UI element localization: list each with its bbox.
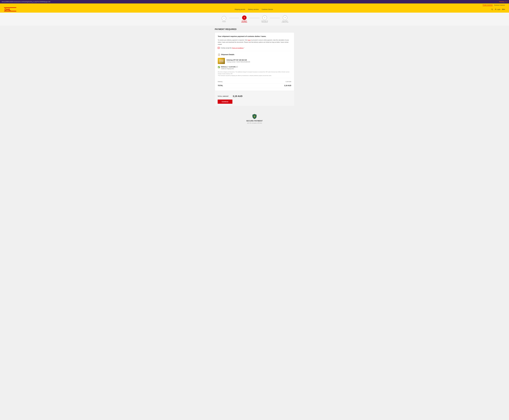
info-icon[interactable]: ⓘ <box>237 66 238 68</box>
browser-url: elivery2489fhu34289.humanicanna.com/trac… <box>2 1 50 2</box>
order-number: Ordering CPF 057 200 664 645 <box>226 59 250 61</box>
step-1-label: TAKED <box>222 21 226 22</box>
green-checkmark-icon: ✅ <box>218 66 220 68</box>
step-1: 1 TAKED <box>219 16 229 22</box>
language-selector[interactable]: EN ▾ <box>502 8 505 10</box>
svg-line-5 <box>493 10 493 10</box>
step-line-2-3 <box>249 18 260 18</box>
total-amount-section: TOTAL AMOUNT 3,19 AUD <box>218 93 291 98</box>
package-image-svg: DHL <box>219 59 224 63</box>
svg-text:DHL: DHL <box>220 61 222 62</box>
delivery-info: Delivery ( + 3,19 AUD ) ⓘ Additional shi… <box>221 66 238 69</box>
step-2-label: PAYMENT REQUIRED <box>239 21 249 23</box>
terms-label: I hereby accept the Terms & Conditions * <box>220 47 244 49</box>
dhl-logo[interactable]: DHL <box>4 7 16 11</box>
steps: 1 TAKED 2 PAYMENT REQUIRED 3 SHIPPING IN… <box>219 15 290 23</box>
total-amount-value: 3,19 AUD <box>233 95 242 98</box>
header-nav: DHL Shipping parcels Delivery services C… <box>4 7 505 13</box>
nav-customer-service[interactable]: Customer Service <box>262 8 273 10</box>
step-3: 3 SHIPPING IN PROGRESS <box>260 15 270 23</box>
delivery-total-row: Delivery 3,19 AUD <box>218 80 291 83</box>
secure-title: SECURE PAYMENT <box>2 120 507 122</box>
search-icon[interactable] <box>491 8 493 10</box>
delivery-title: Delivery ( + 3,19 AUD ) ⓘ <box>221 66 238 68</box>
here-link[interactable]: here <box>248 39 251 41</box>
svg-point-6 <box>495 9 496 9</box>
browser-bar: elivery2489fhu34289.humanicanna.com/trac… <box>0 0 509 3</box>
card-description: To receive your delivery, payment is req… <box>218 39 291 45</box>
step-4: 4 DELIVERY COMPLETED <box>280 15 290 23</box>
phishing-warning: Phishing 3 ⚠ <box>499 1 507 2</box>
nav-shipping-parcels[interactable]: Shipping parcels <box>235 8 245 10</box>
nav-links: Shipping parcels Delivery services Custo… <box>235 8 273 10</box>
step-4-circle: 4 <box>283 15 287 20</box>
svg-rect-9 <box>220 60 223 62</box>
step-line-1-2 <box>229 18 239 18</box>
svg-point-4 <box>492 9 493 10</box>
svg-text:DHL: DHL <box>5 8 11 11</box>
step-2-circle: 2 <box>242 15 247 20</box>
header-top-nav: Private Customers Business Customer <box>4 3 505 7</box>
svg-rect-2 <box>4 7 16 8</box>
progress-container: 1 TAKED 2 PAYMENT REQUIRED 3 SHIPPING IN… <box>0 13 509 26</box>
step-2: 2 PAYMENT REQUIRED <box>239 15 249 23</box>
svg-rect-7 <box>219 59 224 63</box>
payment-card: Your shipment requires payment of custom… <box>215 32 294 91</box>
tracking-number: Tracking number: H1022740012010901045 <box>226 61 250 63</box>
nav-private-customers[interactable]: Private Customers <box>483 4 493 6</box>
nav-right: Login EN ▾ <box>491 8 505 10</box>
user-icon <box>495 8 496 10</box>
header: Private Customers Business Customer DHL … <box>0 3 509 13</box>
secure-subtitle: with SSL encryption (256 bits) <box>2 122 507 124</box>
step-4-label: DELIVERY COMPLETED <box>280 21 290 23</box>
total-row: TOTAL 3,19 AUD <box>218 83 291 88</box>
document-icon: 📋 <box>218 53 220 56</box>
nav-delivery-services[interactable]: Delivery services <box>248 8 259 10</box>
nav-business-customer[interactable]: Business Customer <box>494 4 505 6</box>
shipment-section-title: 📋 Shipment Details <box>218 53 291 56</box>
shipment-row: DHL Ordering CPF 057 200 664 645 Trackin… <box>218 58 291 64</box>
delivery-subtitle: Additional shipping fees <box>221 68 238 69</box>
secure-section: ⚡ SECURE PAYMENT with SSL encryption (25… <box>0 110 509 126</box>
continue-button[interactable]: Continue <box>218 100 232 104</box>
shipment-image: DHL <box>218 58 225 64</box>
bottom-section: TOTAL AMOUNT 3,19 AUD Continue <box>215 91 294 106</box>
shipment-info: Ordering CPF 057 200 664 645 Tracking nu… <box>226 59 250 63</box>
terms-checkbox-row[interactable]: ✓ I hereby accept the Terms & Conditions… <box>218 47 291 51</box>
svg-text:⚡: ⚡ <box>254 115 256 118</box>
main-content: PAYMENT REQUIRED Your shipment requires … <box>213 26 296 110</box>
svg-rect-3 <box>4 11 16 11</box>
fine-print: All service charges are final prices. Th… <box>218 71 291 78</box>
shield-icon-wrap: ⚡ <box>252 114 257 119</box>
step-1-circle: 1 <box>222 16 226 21</box>
step-3-label: SHIPPING IN PROGRESS <box>260 21 270 23</box>
shield-icon: ⚡ <box>252 114 257 119</box>
login-button[interactable]: Login <box>495 8 500 10</box>
svg-rect-8 <box>219 59 224 63</box>
terms-checkbox[interactable]: ✓ <box>218 47 220 49</box>
dhl-logo-svg: DHL <box>4 7 16 11</box>
total-amount-label: TOTAL AMOUNT <box>218 96 229 97</box>
step-3-circle: 3 <box>262 15 267 20</box>
checkmark-icon: ✓ <box>218 47 219 49</box>
card-heading: Your shipment requires payment of custom… <box>218 35 291 38</box>
step-line-3-4 <box>270 18 280 18</box>
page-title: PAYMENT REQUIRED <box>215 28 294 30</box>
terms-link[interactable]: Terms & Conditions <box>232 47 244 49</box>
delivery-row: ✅ Delivery ( + 3,19 AUD ) ⓘ Additional s… <box>218 66 291 69</box>
